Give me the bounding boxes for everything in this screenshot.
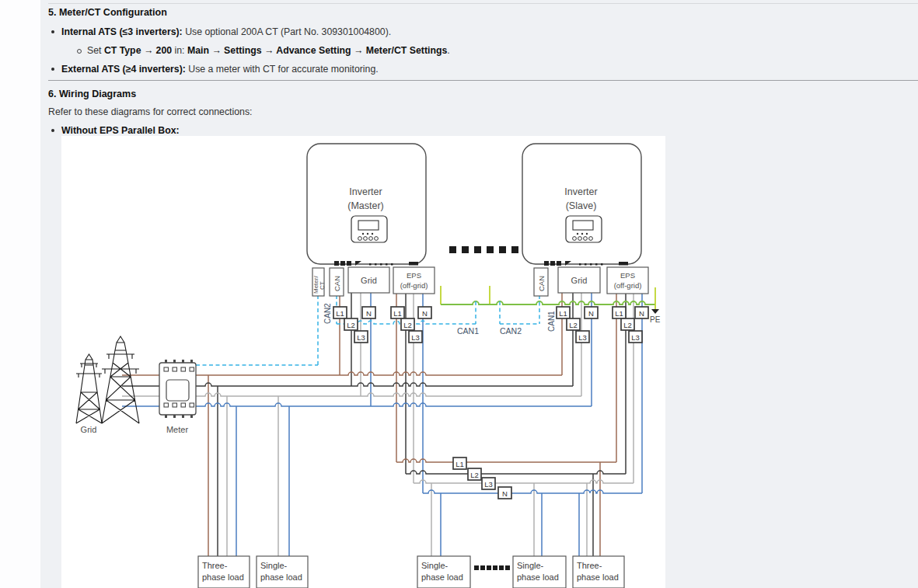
text-segment: .: [447, 45, 449, 56]
bullet-external-ats: External ATS (≥4 inverters): Use a meter…: [61, 64, 379, 75]
eps-bus-l3-label: L3: [484, 480, 493, 489]
meter-terminal: [164, 367, 169, 371]
display-dot: [372, 233, 373, 235]
eps-bus-l1-label: L1: [456, 460, 464, 468]
dots-inverter: [449, 246, 456, 253]
terminal-l3-label: L3: [631, 333, 640, 342]
terminal-n-label: N: [588, 309, 594, 318]
port-meter-ct-label: CT: [319, 281, 326, 290]
dots-load: [493, 565, 497, 570]
text-segment: CT Type → 200: [104, 45, 172, 56]
port-mark: [369, 263, 372, 266]
terminal-l2-label: L2: [569, 321, 578, 329]
port-eps-label: EPS: [620, 271, 635, 280]
bus-l3: [196, 393, 581, 396]
meter-tab: [182, 360, 184, 363]
terminal-l1-label: L1: [336, 309, 344, 318]
can-bus-label: CAN2: [500, 326, 522, 336]
bullet-icon: [51, 129, 54, 132]
can-port-label: CAN1: [547, 311, 556, 332]
port-mark: [590, 263, 592, 266]
bus-n: [196, 403, 592, 406]
display-dot: [581, 233, 583, 235]
can-links: CAN1CAN2CAN2CAN1: [196, 295, 556, 365]
text-segment: Without EPS Parallel Box:: [61, 125, 180, 136]
meter-icon: [159, 360, 196, 418]
terminal-l2-label: L2: [347, 321, 355, 329]
sub-bullet-ct-type: Set CT Type → 200 in: Main → Settings → …: [87, 45, 450, 56]
terminal-l1-label: L1: [615, 309, 623, 318]
port-eps-label: EPS: [407, 271, 421, 280]
load-label: Single-: [517, 561, 544, 570]
load-box: Single-phase load: [257, 556, 308, 588]
ellipsis-dots: [449, 246, 518, 570]
display-dot: [586, 233, 588, 235]
port-grid-label: Grid: [571, 276, 588, 285]
bullet-without-eps-box: Without EPS Parallel Box:: [61, 125, 180, 136]
meter-tab: [173, 415, 176, 418]
terminal-n-label: N: [639, 309, 644, 318]
inverter-master: Inverter(Master): [307, 144, 426, 266]
section-5-heading: 5. Meter/CT Configuration: [48, 7, 167, 18]
display-dot: [577, 233, 578, 235]
display-screen: [358, 221, 379, 230]
load-box: Three-phase load: [198, 556, 250, 588]
port-mark: [601, 263, 603, 266]
eps-bus-n-label: N: [502, 489, 508, 498]
load-label: phase load: [517, 572, 559, 582]
terminal-l3-label: L3: [578, 333, 587, 342]
dots-inverter: [499, 246, 506, 253]
load-label: Single-: [260, 561, 288, 570]
load-label: Three-: [202, 561, 228, 570]
port-mark: [375, 263, 377, 266]
port-mark: [409, 262, 418, 266]
text-segment: Main → Settings → Advance Setting → Mete…: [187, 45, 447, 56]
bus-n: [423, 490, 642, 493]
text-segment: in:: [172, 45, 187, 56]
meter-tab: [190, 360, 193, 363]
wiring-diagram: PECAN1CAN2CAN2CAN1GridMeterInverter(Mast…: [61, 136, 665, 588]
pe-label: PE: [650, 315, 661, 324]
port-mark: [557, 261, 561, 266]
meter-tab: [165, 360, 167, 363]
wiring-diagram-canvas: PECAN1CAN2CAN2CAN1GridMeterInverter(Mast…: [61, 136, 665, 588]
meter-tab: [182, 415, 184, 418]
dots-load: [480, 565, 485, 570]
port-mark: [550, 261, 555, 266]
meter-terminal: [181, 403, 186, 407]
section-6-heading: 6. Wiring Diagrams: [48, 89, 136, 99]
port-mark: [347, 261, 351, 266]
port-mark: [579, 263, 581, 266]
meter-screen: [166, 380, 189, 401]
load-label: Three-: [577, 561, 602, 570]
meter-tab: [173, 360, 176, 363]
port-mark: [391, 263, 393, 266]
grid-label: Grid: [81, 425, 97, 434]
meter-tab: [190, 415, 193, 418]
horizontal-buses: [122, 372, 642, 493]
dots-inverter: [487, 246, 494, 253]
text-segment: External ATS (≥4 inverters):: [61, 64, 186, 75]
dots-load: [474, 565, 479, 570]
dots-inverter: [511, 246, 518, 253]
can-port-label: CAN2: [323, 303, 332, 324]
grid-tower-icon: [76, 336, 139, 423]
load-label: phase load: [577, 572, 619, 582]
meter-tab: [165, 415, 167, 418]
inverter-name: Inverter: [349, 186, 382, 197]
meter-terminal: [181, 367, 186, 371]
port-can-label: CAN: [333, 276, 341, 291]
terminal-l1-label: L1: [559, 309, 567, 318]
port-mark: [585, 263, 587, 266]
sub-bullet-icon: [77, 49, 82, 54]
terminal-n-label: N: [366, 309, 372, 318]
divider-top: [48, 3, 918, 4]
text-segment: Use optional 200A CT (Part No. 309301004…: [183, 26, 391, 37]
meter-terminal: [173, 403, 177, 407]
pe-bus: [441, 301, 655, 304]
terminal-l3-label: L3: [357, 333, 365, 342]
port-mark: [619, 262, 628, 266]
load-label: phase load: [202, 572, 244, 582]
load-box: Single-phase load: [513, 556, 566, 588]
dots-load: [505, 565, 510, 570]
